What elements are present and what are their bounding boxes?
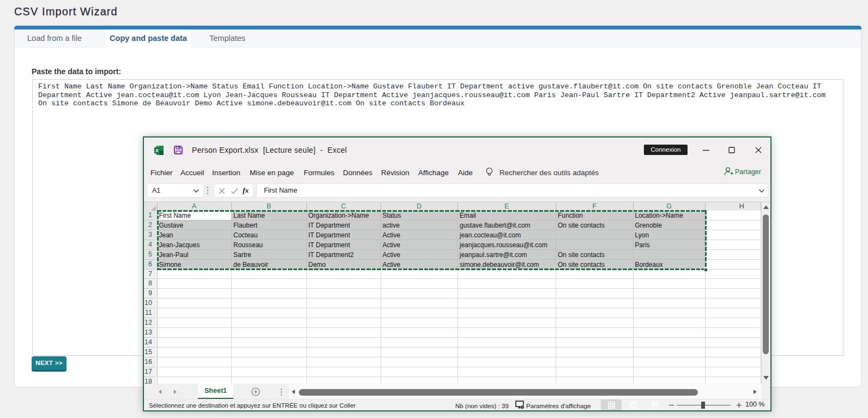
svg-text:X: X	[155, 147, 159, 153]
